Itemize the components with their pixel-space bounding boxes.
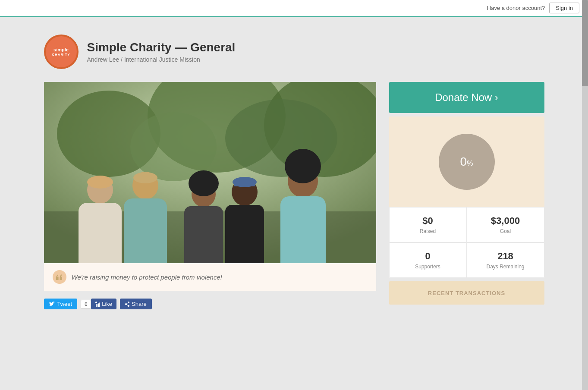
fb-like-button[interactable]: Like <box>91 299 116 309</box>
recent-transactions-label: RECENT TRANSACTIONS <box>428 290 505 296</box>
org-subtitle: Andrew Lee / International Justice Missi… <box>87 56 236 63</box>
svg-rect-21 <box>280 196 326 263</box>
fb-like-group: 0 Like <box>81 299 116 309</box>
org-logo-text: simple CHARITY <box>52 47 70 57</box>
main-layout: We're raising money to protect people fr… <box>44 82 544 317</box>
stats-grid: $0 Raised $3,000 Goal 0 Supporters 218 D… <box>389 207 544 278</box>
days-remaining-value: 218 <box>476 251 535 262</box>
background-trees-svg <box>44 82 376 263</box>
supporters-cell: 0 Supporters <box>389 242 467 278</box>
page-content: simple CHARITY Simple Charity — General … <box>18 17 570 334</box>
org-logo: simple CHARITY <box>44 35 79 69</box>
stats-box: 0% $0 Raised $3,000 Goal <box>389 116 544 278</box>
scrollbar-thumb[interactable] <box>582 0 588 86</box>
quote-icon <box>53 270 66 284</box>
main-image <box>44 82 376 263</box>
org-header: simple CHARITY Simple Charity — General … <box>44 35 544 69</box>
goal-value: $3,000 <box>476 215 535 226</box>
caption-box: We're raising money to protect people fr… <box>44 263 376 291</box>
progress-circle-wrapper: 0% <box>439 134 495 190</box>
scrollbar-track[interactable] <box>582 0 588 390</box>
left-column: We're raising money to protect people fr… <box>44 82 376 317</box>
tweet-button[interactable]: Tweet <box>44 299 78 309</box>
donate-now-button[interactable]: Donate Now › <box>389 82 544 113</box>
svg-rect-14 <box>184 206 223 263</box>
right-column: Donate Now › 0% $0 <box>389 82 544 305</box>
goal-label: Goal <box>476 228 535 234</box>
supporters-value: 0 <box>398 251 458 262</box>
recent-transactions-section: RECENT TRANSACTIONS <box>389 281 544 305</box>
svg-point-12 <box>133 172 157 183</box>
social-bar: Tweet 0 Like Share <box>44 291 376 317</box>
tweet-label: Tweet <box>57 301 72 307</box>
fb-share-label: Share <box>132 301 147 307</box>
donor-account-text: Have a donor account? <box>487 5 545 11</box>
days-remaining-cell: 218 Days Remaining <box>467 242 544 278</box>
svg-rect-8 <box>79 203 122 263</box>
svg-point-15 <box>189 170 219 196</box>
svg-point-22 <box>285 149 321 183</box>
raised-label: Raised <box>398 228 458 234</box>
sign-in-button[interactable]: Sign in <box>549 3 579 13</box>
raised-cell: $0 Raised <box>389 207 467 242</box>
fb-like-label: Like <box>102 301 112 307</box>
raised-value: $0 <box>398 215 458 226</box>
campaign-caption: We're raising money to protect people fr… <box>72 274 222 281</box>
svg-rect-17 <box>225 205 264 263</box>
goal-cell: $3,000 Goal <box>467 207 544 242</box>
fb-like-count: 0 <box>81 300 91 308</box>
image-background <box>44 82 376 263</box>
progress-circle: 0% <box>439 134 495 190</box>
svg-rect-11 <box>124 198 167 263</box>
svg-rect-19 <box>234 181 255 186</box>
fb-share-icon <box>125 302 129 307</box>
fb-like-icon <box>95 302 100 307</box>
fb-share-button[interactable]: Share <box>120 299 152 309</box>
progress-value: 0% <box>460 155 473 169</box>
progress-circle-area: 0% <box>389 116 544 207</box>
org-title: Simple Charity — General <box>87 41 236 54</box>
days-remaining-label: Days Remaining <box>476 264 535 270</box>
org-info: Simple Charity — General Andrew Lee / In… <box>87 41 236 63</box>
svg-point-9 <box>87 176 113 189</box>
twitter-icon <box>49 302 55 307</box>
top-bar: Have a donor account? Sign in <box>0 0 588 17</box>
supporters-label: Supporters <box>398 264 458 270</box>
